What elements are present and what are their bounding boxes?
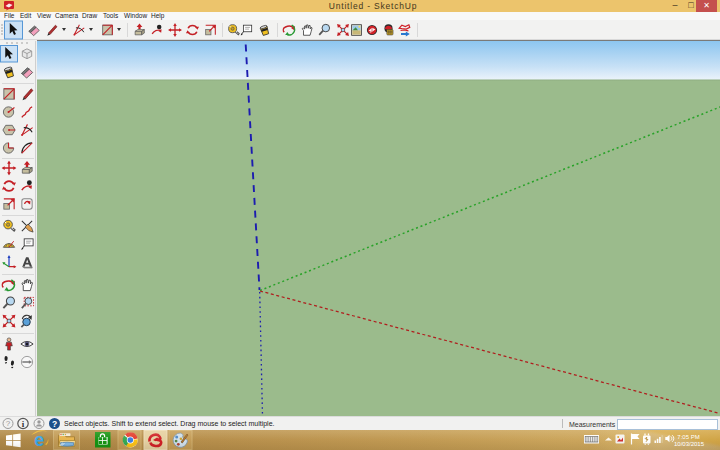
svg-text:e: e xyxy=(34,430,44,450)
svg-text:?: ? xyxy=(6,419,11,428)
svg-text:i: i xyxy=(22,419,25,429)
svg-text:?: ? xyxy=(52,419,57,429)
